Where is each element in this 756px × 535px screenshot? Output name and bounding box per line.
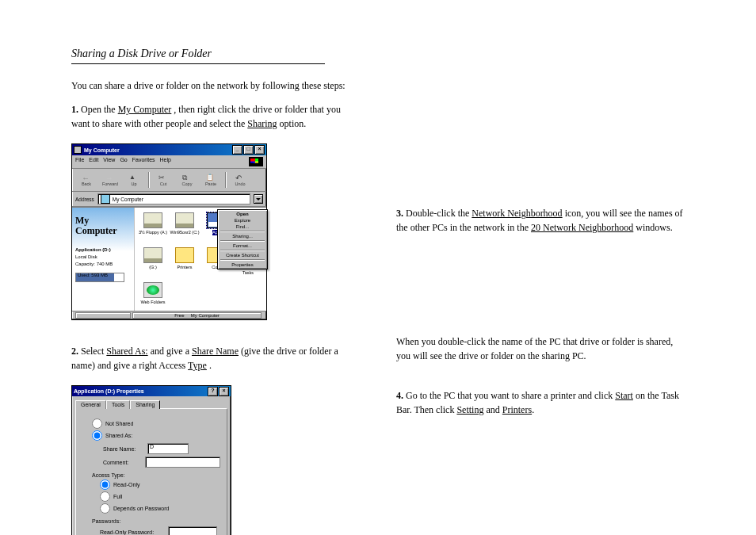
- address-bar: Address My Computer: [72, 192, 266, 207]
- undo-button[interactable]: Undo: [229, 170, 251, 189]
- pane-title: MyComputer: [75, 216, 131, 236]
- dialog-title: Application (D:) Properties: [74, 388, 207, 394]
- selected-type: Local Disk: [75, 254, 131, 259]
- disk-usage-bar: Used: 593 MB: [75, 273, 124, 282]
- toolbar: Back Forward Up Cut Copy Paste Undo: [72, 169, 266, 192]
- menuitem-create-shortcut[interactable]: Create Shortcut: [219, 252, 266, 258]
- context-menu[interactable]: Open Explore Find... Sharing... Format..…: [217, 209, 268, 269]
- icon-grid[interactable]: 3½ Floppy (A:) Win95osr2 (C:) App Rom (G…: [135, 208, 266, 311]
- tab-tools[interactable]: Tools: [106, 400, 130, 409]
- address-text: My Computer: [113, 197, 143, 202]
- tab-sharing[interactable]: Sharing: [130, 400, 160, 409]
- titlebar[interactable]: My Computer _ □ ×: [72, 144, 266, 155]
- window-my-computer: My Computer _ □ × File Edit View Go Favo…: [71, 143, 267, 320]
- toolbar-separator: [148, 172, 149, 188]
- system-menu-icon[interactable]: [74, 146, 82, 154]
- address-input[interactable]: My Computer: [97, 193, 250, 204]
- underline-my-computer: My Computer: [118, 104, 172, 115]
- forward-arrow-icon: [105, 174, 115, 182]
- menu-separator: [220, 231, 265, 232]
- drive-g[interactable]: (G:): [138, 247, 168, 281]
- back-arrow-icon: [82, 174, 91, 182]
- radio-read-only[interactable]: Read-Only: [100, 480, 220, 490]
- input-comment[interactable]: [145, 457, 220, 468]
- input-readonly-password[interactable]: [168, 526, 217, 535]
- minimize-button[interactable]: _: [232, 145, 242, 155]
- underline-sharing: Sharing: [247, 118, 277, 129]
- tab-body-sharing: Not Shared Shared As: Share Name: D Comm…: [75, 408, 227, 535]
- text: option.: [280, 118, 307, 129]
- window-title: My Computer: [84, 147, 231, 153]
- forward-button[interactable]: Forward: [99, 170, 121, 189]
- folder-printers[interactable]: Printers: [170, 247, 200, 281]
- copy-button[interactable]: Copy: [176, 170, 198, 189]
- divider: [71, 63, 325, 64]
- copy-icon: [182, 174, 192, 182]
- step-1: 1. Open the My Computer , then right cli…: [71, 102, 349, 131]
- radio-depends-password[interactable]: Depends on Password: [100, 503, 220, 514]
- help-button[interactable]: ?: [208, 387, 218, 396]
- step-4: 4. Go to the PC that you want to share a…: [396, 388, 689, 417]
- toolbar-separator: [225, 172, 226, 188]
- status-cell: [75, 312, 131, 319]
- figure-properties-dialog: Application (D:) Properties ? × General …: [71, 385, 349, 535]
- label-readonly-password: Read-Only Password:: [100, 529, 165, 535]
- figure-my-computer: My Computer _ □ × File Edit View Go Favo…: [71, 143, 349, 320]
- menu-help[interactable]: Help: [160, 157, 171, 166]
- my-computer-icon: [101, 194, 110, 204]
- close-button[interactable]: ×: [254, 145, 265, 155]
- client-area: MyComputer Application (D:) Local Disk C…: [72, 207, 266, 311]
- menuitem-find[interactable]: Find...: [219, 224, 266, 230]
- menu-edit[interactable]: Edit: [89, 157, 98, 166]
- maximize-button[interactable]: □: [243, 145, 254, 155]
- windows-logo-icon: [249, 157, 263, 166]
- menu-view[interactable]: View: [103, 157, 115, 166]
- address-dropdown-button[interactable]: [254, 194, 263, 204]
- menubar[interactable]: File Edit View Go Favorites Help: [72, 155, 266, 169]
- paste-button[interactable]: Paste: [200, 170, 222, 189]
- menu-favorites[interactable]: Favorites: [132, 157, 155, 166]
- cut-button[interactable]: Cut: [152, 170, 174, 189]
- menuitem-sharing[interactable]: Sharing...: [219, 233, 266, 239]
- radio-shared-as[interactable]: Shared As:: [92, 430, 220, 441]
- dialog-titlebar[interactable]: Application (D:) Properties ? ×: [72, 386, 231, 396]
- menu-separator: [220, 259, 265, 261]
- input-share-name[interactable]: D: [147, 443, 189, 454]
- drive-c[interactable]: Win95osr2 (C:): [170, 212, 200, 246]
- scissors-icon: [158, 174, 168, 182]
- status-bar: Free My Computer: [72, 311, 266, 319]
- folder-web-folders[interactable]: Web Folders: [138, 282, 168, 315]
- capacity: Capacity: 740 MB: [75, 262, 131, 266]
- step-2: 2. Select Shared As: and give a Share Na…: [71, 344, 349, 373]
- menu-separator: [220, 250, 265, 251]
- menuitem-format[interactable]: Format...: [219, 243, 266, 249]
- radio-full[interactable]: Full: [100, 491, 220, 502]
- label-comment: Comment:: [103, 460, 142, 465]
- section-title-sharing-disk: Sharing a Disk Drive or Folder: [71, 48, 349, 60]
- dialog-properties: Application (D:) Properties ? × General …: [71, 385, 231, 535]
- para-shared-drive: When you double-click the name of the PC…: [396, 334, 689, 363]
- menuitem-properties[interactable]: Properties: [219, 262, 266, 268]
- used-label: Used: 593 MB: [78, 273, 108, 277]
- up-arrow-icon: [129, 174, 139, 182]
- tab-general[interactable]: General: [75, 400, 106, 409]
- menu-file[interactable]: File: [75, 157, 84, 166]
- back-button[interactable]: Back: [75, 170, 97, 189]
- menuitem-open[interactable]: Open: [219, 211, 266, 217]
- drive-floppy-a[interactable]: 3½ Floppy (A:): [138, 212, 168, 246]
- info-pane: MyComputer Application (D:) Local Disk C…: [72, 208, 135, 311]
- up-button[interactable]: Up: [123, 170, 145, 189]
- address-label: Address: [75, 197, 94, 202]
- menu-separator: [220, 240, 265, 242]
- intro-paragraph: You can share a drive or folder on the n…: [71, 78, 349, 93]
- menuitem-explore[interactable]: Explore: [219, 217, 266, 224]
- step-3: 3. Double-click the Network Neighborhood…: [396, 206, 689, 235]
- group-access-type: Access Type:: [92, 472, 220, 478]
- close-button[interactable]: ×: [219, 387, 229, 396]
- label-share-name: Share Name:: [103, 446, 144, 452]
- text: Open the: [81, 104, 116, 115]
- paste-icon: [206, 174, 216, 182]
- group-passwords: Passwords:: [92, 518, 220, 524]
- radio-not-shared[interactable]: Not Shared: [92, 418, 220, 429]
- menu-go[interactable]: Go: [120, 157, 127, 166]
